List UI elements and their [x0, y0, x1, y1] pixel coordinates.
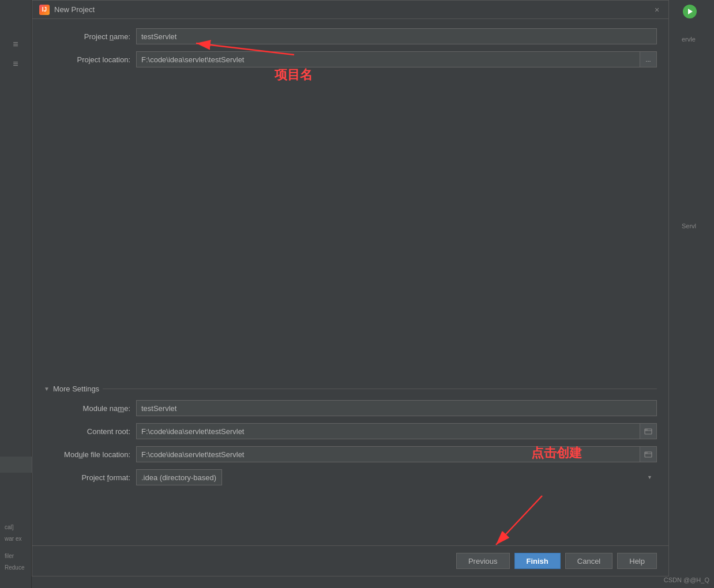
module-name-label: Module name: [44, 404, 136, 413]
intellij-icon: IJ [39, 5, 50, 15]
dialog-title-text: New Project [54, 5, 95, 14]
project-format-label: Project format: [44, 473, 136, 482]
right-panel-text-1: ervle [679, 35, 698, 44]
more-settings-label: More Settings [53, 385, 99, 393]
annotation-click-create: 点击创建 [531, 444, 582, 462]
dialog-content: Project name: Project location: ... 项目名 … [32, 19, 668, 545]
project-name-input[interactable] [136, 28, 657, 44]
module-file-location-browse-button[interactable] [640, 446, 657, 462]
sidebar-label-war: war ex [5, 536, 21, 542]
project-name-row: Project name: [44, 28, 657, 44]
cancel-button[interactable]: Cancel [565, 553, 612, 569]
content-root-field-group [136, 423, 657, 439]
sidebar-icon-2[interactable]: ≡ [0, 54, 31, 74]
right-panel: ervle Servl [679, 0, 714, 588]
content-root-label: Content root: [44, 427, 136, 436]
project-format-select[interactable]: .idea (directory-based) [136, 469, 222, 485]
more-settings-header: ▼ More Settings [44, 385, 657, 393]
run-button[interactable] [683, 5, 697, 18]
dialog-close-button[interactable]: × [652, 5, 662, 14]
project-location-input[interactable] [136, 51, 640, 67]
dialog-title-left: IJ New Project [39, 5, 95, 15]
previous-button[interactable]: Previous [456, 553, 510, 569]
csdn-watermark: CSDN @@H_Q [664, 576, 709, 583]
content-root-browse-button[interactable] [640, 423, 657, 439]
dialog-titlebar: IJ New Project × [32, 1, 668, 19]
sidebar-label-local: cal] [5, 524, 14, 530]
project-location-label: Project location: [44, 55, 136, 64]
collapse-icon[interactable]: ▼ [44, 386, 50, 392]
project-location-browse-button[interactable]: ... [640, 51, 657, 67]
module-file-location-label: Module file location: [44, 450, 136, 459]
annotation-project-name: 项目名 [275, 66, 313, 84]
content-root-input[interactable] [136, 423, 640, 439]
help-button[interactable]: Help [617, 553, 657, 569]
finish-button[interactable]: Finish [514, 553, 561, 569]
module-name-input[interactable] [136, 400, 657, 416]
content-root-row: Content root: [44, 423, 657, 439]
project-name-label: Project name: [44, 32, 136, 41]
more-settings-divider [103, 389, 657, 389]
left-sidebar: ≡ ≡ cal] war ex filer Reduce [0, 0, 32, 588]
project-format-select-wrapper: .idea (directory-based) [136, 469, 657, 485]
right-panel-text-2: Servl [679, 221, 698, 231]
module-name-row: Module name: [44, 400, 657, 416]
svg-rect-3 [645, 452, 648, 454]
sidebar-label-filer: filer [5, 553, 14, 559]
svg-rect-1 [645, 429, 648, 431]
sidebar-icon-1[interactable]: ≡ [0, 35, 31, 54]
sidebar-selected-item [0, 457, 32, 473]
project-location-row: Project location: ... [44, 51, 657, 67]
project-location-field-group: ... [136, 51, 657, 67]
sidebar-label-reduce: Reduce [5, 564, 24, 571]
project-format-row: Project format: .idea (directory-based) [44, 469, 657, 485]
new-project-dialog: IJ New Project × Project name: Project l… [32, 0, 669, 576]
dialog-footer: Previous Finish Cancel Help [32, 545, 668, 576]
